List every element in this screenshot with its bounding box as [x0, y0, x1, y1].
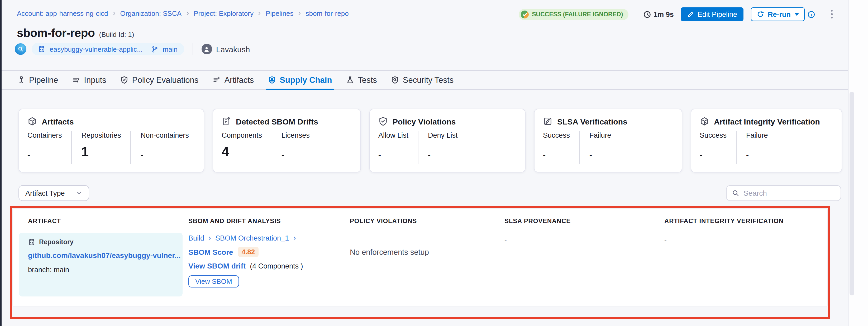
- tab-bar: Pipeline Inputs Policy Evaluations Artif…: [2, 71, 848, 90]
- stat-label: Containers: [27, 131, 62, 139]
- artifact-cell-wrap: Repository github.com/lavakush07/easybug…: [19, 233, 188, 296]
- rerun-button[interactable]: Re-run: [751, 7, 804, 21]
- slsa-icon: [543, 117, 553, 126]
- branch-name[interactable]: main: [163, 45, 178, 53]
- pencil-icon: [687, 11, 694, 18]
- info-icon[interactable]: [807, 10, 815, 18]
- col-header-policy: POLICY VIOLATIONS: [350, 217, 504, 225]
- col-header-integrity: ARTIFACT INTEGRITY VERIFICATION: [664, 217, 827, 225]
- shield-check-icon: [121, 76, 128, 84]
- col-header-artifact: ARTIFACT: [28, 217, 188, 225]
- stat-label: Non-containers: [141, 131, 189, 139]
- search-input[interactable]: [743, 189, 839, 197]
- orchestration-link[interactable]: SBOM Orchestration_1: [215, 234, 289, 242]
- stat-containers: Containers -: [27, 131, 71, 164]
- edit-pipeline-label: Edit Pipeline: [698, 10, 737, 18]
- breadcrumb-pipeline-name[interactable]: sbom-for-repo: [306, 9, 349, 18]
- scrollbar-thumb[interactable]: [849, 92, 854, 295]
- breadcrumb-project[interactable]: Project: Exploratory: [194, 9, 253, 18]
- tab-pipeline[interactable]: Pipeline: [18, 70, 58, 89]
- chevron-right-icon: [185, 11, 190, 16]
- view-sbom-drift-link[interactable]: View SBOM drift: [188, 262, 246, 270]
- stat-value: 1: [82, 142, 121, 159]
- tab-artifacts[interactable]: Artifacts: [213, 70, 254, 89]
- stat-value: -: [27, 142, 62, 159]
- repository-icon: [38, 45, 45, 53]
- supply-chain-page: Account: app-harness-ng-cicd Organizatio…: [0, 0, 868, 326]
- breadcrumb-organization[interactable]: Organization: SSCA: [120, 9, 182, 18]
- card-title: Detected SBOM Drifts: [236, 117, 318, 126]
- more-options-menu-icon[interactable]: [829, 8, 834, 20]
- stat-value: -: [281, 142, 310, 159]
- slsa-provenance-cell: -: [504, 233, 664, 296]
- stat-value: -: [141, 142, 189, 159]
- edit-pipeline-button[interactable]: Edit Pipeline: [681, 7, 743, 21]
- chevron-right-icon: [297, 11, 302, 16]
- stat-value: -: [428, 142, 458, 159]
- stat-label: Components: [222, 131, 262, 139]
- tab-security-tests[interactable]: Security Tests: [391, 70, 454, 89]
- security-shield-icon: [391, 76, 399, 84]
- sbom-score-line: SBOM Score 4.82: [188, 247, 350, 257]
- repo-name[interactable]: easybuggy-vulnerable-applic...: [50, 45, 143, 53]
- header-actions: SUCCESS (FAILURE IGNORED) 1m 9s Edit Pip…: [519, 7, 834, 21]
- tab-tests[interactable]: Tests: [346, 70, 377, 89]
- tab-label: Tests: [358, 75, 377, 85]
- drift-components-count: (4 Components ): [250, 262, 303, 270]
- shield-check-icon: [378, 117, 388, 126]
- chevron-down-icon: [76, 190, 82, 196]
- refresh-icon: [757, 10, 764, 18]
- clock-icon: [643, 10, 651, 18]
- chevron-right-icon: [112, 11, 116, 16]
- tab-inputs[interactable]: Inputs: [72, 70, 106, 89]
- breadcrumb-pipelines[interactable]: Pipelines: [266, 9, 293, 18]
- meta-row: easybuggy-vulnerable-applic... main Lava…: [15, 43, 250, 55]
- stat-label: Deny List: [428, 131, 458, 139]
- stat-non-containers: Non-containers -: [131, 131, 198, 164]
- col-header-sbom: SBOM AND DRIFT ANALYSIS: [188, 217, 350, 225]
- stat-value: -: [700, 142, 726, 159]
- stat-integrity-failure: Failure -: [736, 131, 777, 164]
- breadcrumb-account[interactable]: Account: app-harness-ng-cicd: [17, 9, 108, 18]
- tab-label: Artifacts: [224, 75, 254, 85]
- build-link[interactable]: Build: [188, 234, 204, 242]
- summary-cards: Artifacts Containers - Repositories 1 No…: [19, 109, 842, 172]
- repo-branch-pill[interactable]: easybuggy-vulnerable-applic... main: [32, 43, 184, 55]
- stat-deny-list: Deny List -: [418, 131, 467, 164]
- col-header-slsa: SLSA PROVENANCE: [504, 217, 664, 225]
- stat-label: Success: [543, 131, 570, 139]
- artifact-repo-link[interactable]: github.com/lavakush07/easybuggy-vulner..…: [28, 251, 174, 260]
- stat-licenses: Licenses -: [272, 131, 319, 164]
- chevron-right-icon: [292, 236, 297, 240]
- artifacts-table: ARTIFACT SBOM AND DRIFT ANALYSIS POLICY …: [13, 209, 827, 306]
- user-avatar-icon: [201, 44, 212, 54]
- git-branch-icon: [152, 45, 159, 53]
- supply-chain-shield-icon: [268, 76, 276, 84]
- build-id: (Build Id: 1): [99, 31, 134, 38]
- artifact-type-label: Artifact Type: [25, 189, 65, 197]
- scrollbar-track[interactable]: [848, 0, 868, 326]
- view-sbom-button[interactable]: View SBOM: [188, 275, 239, 288]
- stat-integrity-success: Success -: [700, 131, 736, 164]
- table-row: Repository github.com/lavakush07/easybug…: [19, 233, 827, 296]
- tab-policy-evaluations[interactable]: Policy Evaluations: [121, 70, 199, 89]
- artifact-type-select[interactable]: Artifact Type: [19, 185, 89, 201]
- sbom-score-link[interactable]: SBOM Score: [188, 248, 233, 256]
- card-title: Artifacts: [42, 117, 74, 126]
- stat-label: Allow List: [378, 131, 408, 139]
- stat-slsa-success: Success -: [543, 131, 579, 164]
- stat-label: Failure: [589, 131, 611, 139]
- policy-violations-cell: No enforcements setup: [350, 233, 504, 296]
- card-title: Policy Violations: [393, 117, 456, 126]
- success-failure-ignored-icon: [521, 10, 529, 18]
- pipeline-icon: [18, 76, 25, 84]
- flask-icon: [346, 76, 354, 84]
- tab-label: Supply Chain: [280, 75, 332, 85]
- tab-supply-chain[interactable]: Supply Chain: [268, 70, 332, 89]
- stat-label: Failure: [746, 131, 768, 139]
- chevron-right-icon: [257, 11, 262, 16]
- table-header-row: ARTIFACT SBOM AND DRIFT ANALYSIS POLICY …: [13, 209, 827, 225]
- artifact-type-row: Repository: [28, 238, 174, 246]
- page-title: sbom-for-repo: [17, 26, 95, 40]
- cube-icon: [27, 117, 37, 126]
